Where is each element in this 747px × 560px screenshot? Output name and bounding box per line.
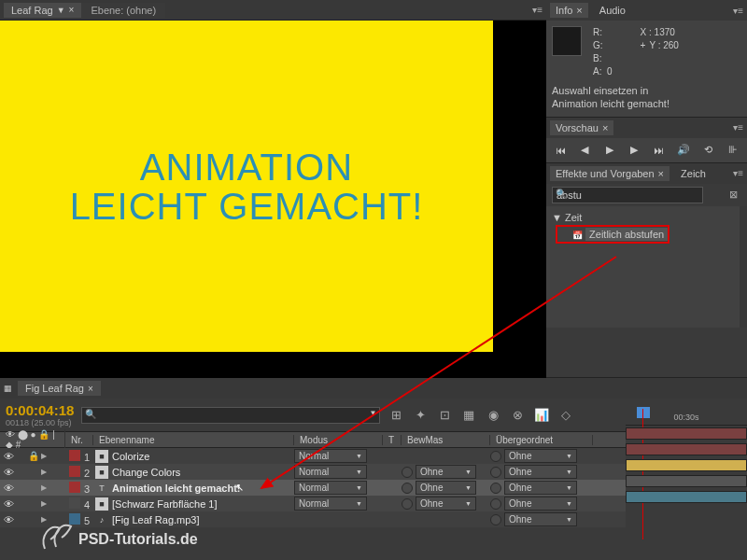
time-ruler[interactable]: 00:30s	[626, 409, 747, 426]
track-matte-toggle[interactable]	[402, 483, 413, 494]
tree-item-zeitlich-abstufen[interactable]: 📅 Zeitlich abstufen	[556, 225, 669, 244]
col-name[interactable]: Ebenenname	[93, 435, 294, 445]
panel-menu-icon[interactable]: ▾≡	[733, 6, 743, 16]
comp-canvas: ANIMATION LEICHT GEMACHT!	[0, 21, 493, 352]
playhead-handle[interactable]	[637, 407, 650, 418]
layer-name[interactable]: [Schwarz Farbfläche 1]	[112, 498, 218, 510]
visibility-toggle[interactable]: 👁	[4, 467, 15, 478]
track-matte-toggle[interactable]	[402, 498, 413, 510]
blend-mode-dropdown[interactable]: Normal▼	[294, 465, 367, 479]
visibility-toggle[interactable]: 👁	[4, 514, 15, 525]
preview-tab[interactable]: Vorschau×	[550, 120, 613, 135]
draft-3d-icon[interactable]: ✦	[412, 407, 429, 424]
lock-icon[interactable]: 🔒	[28, 451, 39, 461]
expand-arrow[interactable]: ▶	[41, 483, 50, 492]
search-icon: 🔍	[556, 189, 567, 199]
ram-preview-button[interactable]: ⊪	[726, 144, 740, 157]
parent-dropdown[interactable]: Ohne▼	[504, 481, 577, 495]
visibility-toggle[interactable]: 👁	[4, 451, 15, 462]
graph-editor-icon[interactable]: 📊	[533, 407, 550, 424]
composition-viewer[interactable]: ANIMATION LEICHT GEMACHT!	[0, 21, 546, 378]
comp-tab-label: Leaf Rag	[11, 5, 53, 16]
panel-menu-icon[interactable]: ▾≡	[733, 168, 743, 178]
color-swatch	[552, 26, 582, 56]
col-parent[interactable]: Übergeordnet	[490, 435, 593, 445]
col-mode[interactable]: Modus	[294, 435, 383, 445]
canvas-text: ANIMATION LEICHT GEMACHT!	[70, 147, 424, 226]
close-icon[interactable]: ×	[88, 384, 93, 394]
parent-pickwhip[interactable]	[490, 483, 501, 494]
track-matte-dropdown[interactable]: Ohne▼	[416, 497, 476, 511]
effects-tab[interactable]: Effekte und Vorgaben×	[550, 166, 669, 181]
comp-tab[interactable]: Leaf Rag ▼ ×	[4, 3, 81, 18]
last-frame-button[interactable]: ⏭	[653, 144, 666, 157]
visibility-toggle[interactable]: 👁	[4, 483, 15, 494]
effects-search-input[interactable]	[552, 187, 703, 203]
timeline-search-input[interactable]	[81, 407, 380, 424]
mute-button[interactable]: 🔊	[677, 144, 690, 157]
parent-pickwhip[interactable]	[490, 498, 501, 510]
expand-arrow[interactable]: ▶	[41, 515, 50, 524]
hide-shy-icon[interactable]: ⊡	[436, 407, 453, 424]
layer-name[interactable]: Change Colors	[112, 467, 180, 478]
blend-mode-dropdown[interactable]: Normal▼	[294, 497, 367, 511]
next-frame-button[interactable]: ▶	[627, 144, 641, 157]
blend-mode-dropdown[interactable]: Normal▼	[294, 481, 367, 495]
brainstorm-icon[interactable]: ⊗	[509, 407, 526, 424]
col-bew[interactable]: BewMas	[402, 435, 490, 445]
play-button[interactable]: ▶	[603, 144, 616, 157]
tree-category-time[interactable]: ▼ Zeit	[552, 210, 734, 225]
dropdown-icon[interactable]: ▼	[369, 409, 376, 417]
timeline-tab-bar: ▦ Fig Leaf Rag ×	[0, 378, 747, 399]
effects-tree[interactable]: ▼ Zeit 📅 Zeitlich abstufen	[546, 206, 747, 328]
panel-menu-icon[interactable]: ▾≡	[532, 5, 543, 15]
effects-panel-tabs: Effekte und Vorgaben× Zeich ▾≡	[546, 163, 747, 184]
track-matte-toggle[interactable]	[402, 467, 413, 478]
layer-type-icon: T	[95, 482, 108, 495]
comp-flowchart-icon[interactable]: ⊞	[388, 407, 404, 424]
layer-type-icon: ■	[95, 466, 108, 479]
loop-button[interactable]: ⟲	[702, 144, 715, 157]
char-tab[interactable]: Zeich	[675, 166, 712, 181]
first-frame-button[interactable]: ⏮	[554, 144, 567, 157]
rgb-values: R: G: B: A: 0	[593, 26, 613, 78]
blend-mode-dropdown[interactable]: Normal▼	[294, 449, 367, 463]
parent-dropdown[interactable]: Ohne▼	[504, 497, 577, 511]
parent-dropdown[interactable]: Ohne▼	[504, 449, 577, 463]
track-matte-dropdown[interactable]: Ohne▼	[416, 481, 476, 495]
timeline-tab[interactable]: Fig Leaf Rag ×	[18, 381, 101, 396]
parent-pickwhip[interactable]	[490, 514, 501, 525]
layer-name[interactable]: Colorize	[112, 451, 149, 462]
parent-pickwhip[interactable]	[490, 451, 501, 462]
info-panel-tabs: Info× Audio ▾≡	[546, 0, 747, 21]
frame-blend-icon[interactable]: ▦	[460, 407, 477, 424]
timecode-display[interactable]: 0:00:04:18 00118 (25.00 fps)	[6, 402, 74, 427]
dropdown-icon[interactable]: ▼	[57, 6, 65, 15]
render-queue-icon[interactable]: ▦	[4, 384, 12, 393]
track-matte-dropdown[interactable]: Ohne▼	[416, 465, 476, 479]
motion-blur-icon[interactable]: ◉	[485, 407, 501, 424]
parent-dropdown[interactable]: Ohne▼	[504, 465, 577, 479]
col-nr[interactable]: Nr.	[65, 435, 93, 445]
expand-arrow[interactable]: ▶	[41, 499, 50, 508]
prev-frame-button[interactable]: ◀	[578, 144, 591, 157]
col-visibility[interactable]: 👁 ⬤ ● 🔒 | ◆ #	[0, 429, 65, 450]
close-icon[interactable]: ×	[69, 5, 75, 15]
clear-search-icon[interactable]: ⊠	[729, 189, 738, 201]
info-readout: R: G: B: A: 0 X : 1370 +Y : 260	[552, 26, 741, 78]
parent-dropdown[interactable]: Ohne▼	[504, 512, 577, 526]
layer-indicator: Ebene: (ohne)	[81, 3, 165, 18]
info-message: Auswahl einsetzen in Animation leicht ge…	[552, 84, 741, 111]
parent-pickwhip[interactable]	[490, 467, 501, 478]
info-tab[interactable]: Info×	[550, 3, 588, 18]
audio-tab[interactable]: Audio	[594, 3, 631, 18]
layer-name[interactable]: Animation leicht gemacht!	[112, 483, 241, 494]
expand-arrow[interactable]: ▶	[41, 452, 50, 460]
auto-keyframe-icon[interactable]: ◇	[557, 407, 574, 424]
panel-menu-icon[interactable]: ▾≡	[733, 122, 743, 133]
visibility-toggle[interactable]: 👁	[4, 498, 15, 510]
timeline-tracks[interactable]: 00:30s	[626, 409, 747, 539]
expand-arrow[interactable]: ▶	[41, 468, 50, 476]
layer-name[interactable]: [Fig Leaf Rag.mp3]	[112, 514, 200, 525]
col-t[interactable]: T	[383, 435, 402, 445]
